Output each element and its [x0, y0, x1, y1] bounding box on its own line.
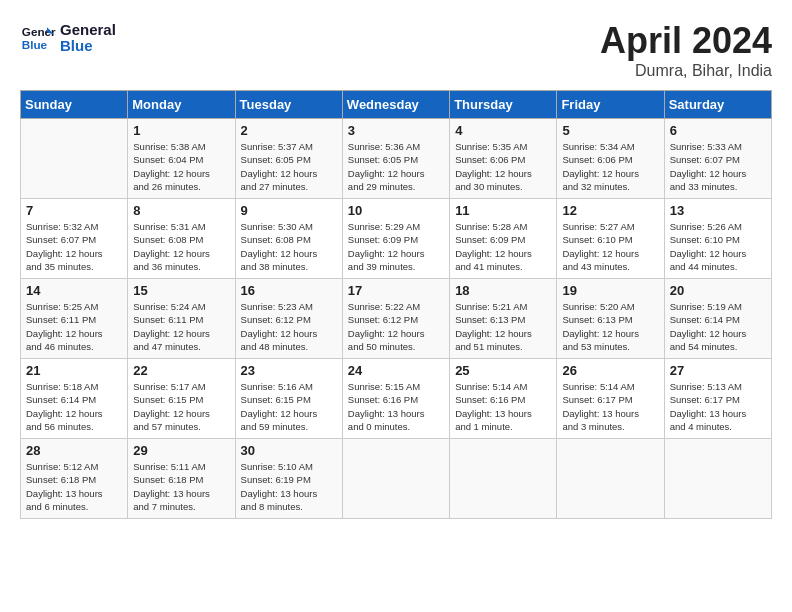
day-number: 14: [26, 283, 122, 298]
day-info: Sunrise: 5:33 AM Sunset: 6:07 PM Dayligh…: [670, 140, 766, 193]
calendar-cell: 16Sunrise: 5:23 AM Sunset: 6:12 PM Dayli…: [235, 279, 342, 359]
calendar-week-row: 28Sunrise: 5:12 AM Sunset: 6:18 PM Dayli…: [21, 439, 772, 519]
day-info: Sunrise: 5:27 AM Sunset: 6:10 PM Dayligh…: [562, 220, 658, 273]
day-header-wednesday: Wednesday: [342, 91, 449, 119]
calendar-cell: 25Sunrise: 5:14 AM Sunset: 6:16 PM Dayli…: [450, 359, 557, 439]
title-block: April 2024 Dumra, Bihar, India: [600, 20, 772, 80]
day-info: Sunrise: 5:23 AM Sunset: 6:12 PM Dayligh…: [241, 300, 337, 353]
day-info: Sunrise: 5:38 AM Sunset: 6:04 PM Dayligh…: [133, 140, 229, 193]
calendar-cell: 15Sunrise: 5:24 AM Sunset: 6:11 PM Dayli…: [128, 279, 235, 359]
day-info: Sunrise: 5:34 AM Sunset: 6:06 PM Dayligh…: [562, 140, 658, 193]
day-number: 10: [348, 203, 444, 218]
day-info: Sunrise: 5:31 AM Sunset: 6:08 PM Dayligh…: [133, 220, 229, 273]
calendar-cell: 14Sunrise: 5:25 AM Sunset: 6:11 PM Dayli…: [21, 279, 128, 359]
logo-icon: General Blue: [20, 20, 56, 56]
day-info: Sunrise: 5:12 AM Sunset: 6:18 PM Dayligh…: [26, 460, 122, 513]
day-number: 12: [562, 203, 658, 218]
day-info: Sunrise: 5:11 AM Sunset: 6:18 PM Dayligh…: [133, 460, 229, 513]
day-info: Sunrise: 5:36 AM Sunset: 6:05 PM Dayligh…: [348, 140, 444, 193]
day-info: Sunrise: 5:21 AM Sunset: 6:13 PM Dayligh…: [455, 300, 551, 353]
calendar-cell: [450, 439, 557, 519]
calendar-body: 1Sunrise: 5:38 AM Sunset: 6:04 PM Daylig…: [21, 119, 772, 519]
day-number: 5: [562, 123, 658, 138]
day-number: 20: [670, 283, 766, 298]
calendar-table: SundayMondayTuesdayWednesdayThursdayFrid…: [20, 90, 772, 519]
day-number: 11: [455, 203, 551, 218]
day-header-sunday: Sunday: [21, 91, 128, 119]
calendar-cell: 29Sunrise: 5:11 AM Sunset: 6:18 PM Dayli…: [128, 439, 235, 519]
day-number: 25: [455, 363, 551, 378]
calendar-cell: 7Sunrise: 5:32 AM Sunset: 6:07 PM Daylig…: [21, 199, 128, 279]
calendar-cell: 26Sunrise: 5:14 AM Sunset: 6:17 PM Dayli…: [557, 359, 664, 439]
day-number: 21: [26, 363, 122, 378]
calendar-cell: 2Sunrise: 5:37 AM Sunset: 6:05 PM Daylig…: [235, 119, 342, 199]
calendar-cell: 23Sunrise: 5:16 AM Sunset: 6:15 PM Dayli…: [235, 359, 342, 439]
calendar-cell: 21Sunrise: 5:18 AM Sunset: 6:14 PM Dayli…: [21, 359, 128, 439]
calendar-cell: 13Sunrise: 5:26 AM Sunset: 6:10 PM Dayli…: [664, 199, 771, 279]
day-header-saturday: Saturday: [664, 91, 771, 119]
calendar-week-row: 14Sunrise: 5:25 AM Sunset: 6:11 PM Dayli…: [21, 279, 772, 359]
calendar-cell: 19Sunrise: 5:20 AM Sunset: 6:13 PM Dayli…: [557, 279, 664, 359]
calendar-cell: 28Sunrise: 5:12 AM Sunset: 6:18 PM Dayli…: [21, 439, 128, 519]
day-number: 8: [133, 203, 229, 218]
day-header-friday: Friday: [557, 91, 664, 119]
day-header-tuesday: Tuesday: [235, 91, 342, 119]
calendar-cell: 5Sunrise: 5:34 AM Sunset: 6:06 PM Daylig…: [557, 119, 664, 199]
day-info: Sunrise: 5:28 AM Sunset: 6:09 PM Dayligh…: [455, 220, 551, 273]
svg-text:Blue: Blue: [22, 38, 48, 51]
calendar-cell: 22Sunrise: 5:17 AM Sunset: 6:15 PM Dayli…: [128, 359, 235, 439]
day-info: Sunrise: 5:20 AM Sunset: 6:13 PM Dayligh…: [562, 300, 658, 353]
day-number: 23: [241, 363, 337, 378]
calendar-cell: 30Sunrise: 5:10 AM Sunset: 6:19 PM Dayli…: [235, 439, 342, 519]
calendar-cell: 1Sunrise: 5:38 AM Sunset: 6:04 PM Daylig…: [128, 119, 235, 199]
day-info: Sunrise: 5:29 AM Sunset: 6:09 PM Dayligh…: [348, 220, 444, 273]
day-number: 4: [455, 123, 551, 138]
calendar-cell: 18Sunrise: 5:21 AM Sunset: 6:13 PM Dayli…: [450, 279, 557, 359]
calendar-cell: 8Sunrise: 5:31 AM Sunset: 6:08 PM Daylig…: [128, 199, 235, 279]
calendar-cell: [342, 439, 449, 519]
calendar-cell: 11Sunrise: 5:28 AM Sunset: 6:09 PM Dayli…: [450, 199, 557, 279]
logo: General Blue General Blue: [20, 20, 116, 56]
calendar-cell: [557, 439, 664, 519]
day-number: 19: [562, 283, 658, 298]
day-info: Sunrise: 5:16 AM Sunset: 6:15 PM Dayligh…: [241, 380, 337, 433]
day-number: 3: [348, 123, 444, 138]
day-info: Sunrise: 5:18 AM Sunset: 6:14 PM Dayligh…: [26, 380, 122, 433]
day-info: Sunrise: 5:30 AM Sunset: 6:08 PM Dayligh…: [241, 220, 337, 273]
logo-line2: Blue: [60, 38, 116, 55]
calendar-cell: [21, 119, 128, 199]
logo-line1: General: [60, 22, 116, 39]
page-header: General Blue General Blue April 2024 Dum…: [20, 20, 772, 80]
day-number: 27: [670, 363, 766, 378]
calendar-cell: 9Sunrise: 5:30 AM Sunset: 6:08 PM Daylig…: [235, 199, 342, 279]
calendar-cell: [664, 439, 771, 519]
month-title: April 2024: [600, 20, 772, 62]
calendar-cell: 12Sunrise: 5:27 AM Sunset: 6:10 PM Dayli…: [557, 199, 664, 279]
day-info: Sunrise: 5:14 AM Sunset: 6:17 PM Dayligh…: [562, 380, 658, 433]
day-number: 28: [26, 443, 122, 458]
day-info: Sunrise: 5:26 AM Sunset: 6:10 PM Dayligh…: [670, 220, 766, 273]
calendar-cell: 27Sunrise: 5:13 AM Sunset: 6:17 PM Dayli…: [664, 359, 771, 439]
day-number: 26: [562, 363, 658, 378]
calendar-week-row: 1Sunrise: 5:38 AM Sunset: 6:04 PM Daylig…: [21, 119, 772, 199]
day-info: Sunrise: 5:32 AM Sunset: 6:07 PM Dayligh…: [26, 220, 122, 273]
day-number: 24: [348, 363, 444, 378]
location-title: Dumra, Bihar, India: [600, 62, 772, 80]
day-info: Sunrise: 5:17 AM Sunset: 6:15 PM Dayligh…: [133, 380, 229, 433]
day-info: Sunrise: 5:35 AM Sunset: 6:06 PM Dayligh…: [455, 140, 551, 193]
day-number: 7: [26, 203, 122, 218]
day-info: Sunrise: 5:19 AM Sunset: 6:14 PM Dayligh…: [670, 300, 766, 353]
day-info: Sunrise: 5:10 AM Sunset: 6:19 PM Dayligh…: [241, 460, 337, 513]
day-number: 16: [241, 283, 337, 298]
calendar-cell: 24Sunrise: 5:15 AM Sunset: 6:16 PM Dayli…: [342, 359, 449, 439]
day-number: 15: [133, 283, 229, 298]
day-number: 30: [241, 443, 337, 458]
day-info: Sunrise: 5:13 AM Sunset: 6:17 PM Dayligh…: [670, 380, 766, 433]
day-info: Sunrise: 5:24 AM Sunset: 6:11 PM Dayligh…: [133, 300, 229, 353]
day-number: 17: [348, 283, 444, 298]
day-info: Sunrise: 5:37 AM Sunset: 6:05 PM Dayligh…: [241, 140, 337, 193]
calendar-cell: 17Sunrise: 5:22 AM Sunset: 6:12 PM Dayli…: [342, 279, 449, 359]
day-info: Sunrise: 5:15 AM Sunset: 6:16 PM Dayligh…: [348, 380, 444, 433]
day-number: 1: [133, 123, 229, 138]
calendar-cell: 10Sunrise: 5:29 AM Sunset: 6:09 PM Dayli…: [342, 199, 449, 279]
